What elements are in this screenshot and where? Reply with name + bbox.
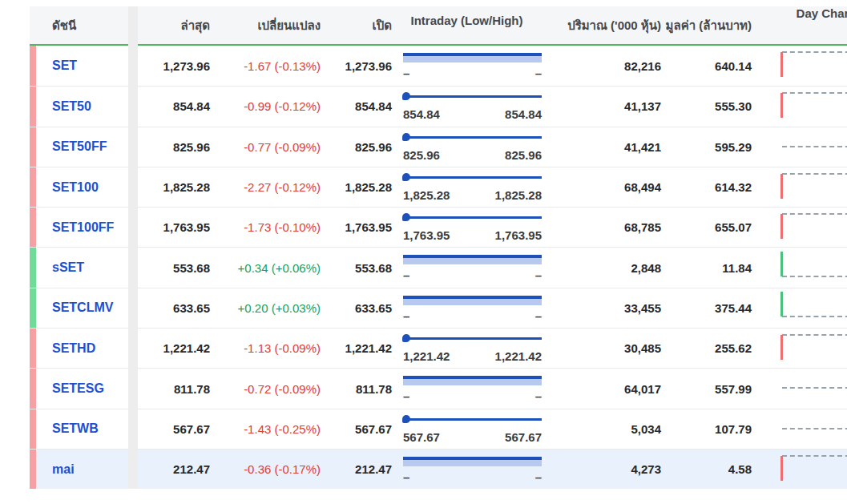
index-name-link[interactable]: SETHD [52,341,95,355]
intraday-range-cell: 825.96 825.96 [392,127,542,167]
table-row: SETCLMV 633.65 +0.20 (+0.03%) 633.65 – –… [30,288,847,328]
volume-value: 33,455 [542,301,661,315]
daychart-baseline [782,316,847,317]
intraday-range-cell: – – [392,288,542,328]
index-name-link[interactable]: SET100 [52,180,99,194]
index-name-link[interactable]: SETCLMV [52,300,113,314]
open-price: 825.96 [321,140,392,154]
intraday-marker-icon [402,92,410,100]
intraday-low-label: 854.84 [403,107,440,121]
volume-value: 41,137 [542,99,661,113]
trade-value: 555.30 [661,99,752,113]
trade-value: 255.62 [661,341,752,355]
intraday-high-label: 825.96 [505,148,542,162]
intraday-range-bar [403,457,542,466]
row-accent-bar [30,46,36,86]
table-row: SET 1,273.96 -1.67 (-0.13%) 1,273.96 – –… [30,46,847,86]
change-value: +0.34 (+0.06%) [210,261,321,275]
open-price: 633.65 [321,301,392,315]
intraday-bar-body [403,299,542,305]
day-chart-cell [752,208,847,247]
day-chart-cell [752,288,847,328]
last-price: 633.65 [138,301,210,315]
intraday-range-cell: 1,221.42 1,221.42 [392,329,542,368]
index-name-link[interactable]: SETESG [52,381,104,395]
index-name-link[interactable]: SETWB [52,421,99,435]
intraday-graphic [403,255,542,264]
intraday-labels: – – [403,268,542,282]
intraday-range-cell: – – [392,46,542,86]
intraday-high-label: 1,825.28 [495,188,542,202]
intraday-range-cell: 1,825.28 1,825.28 [392,167,542,207]
trade-value: 4.58 [661,462,752,476]
last-price: 212.47 [138,462,210,476]
intraday-graphic [403,94,542,103]
row-accent-bar [30,208,36,247]
last-price: 1,825.28 [138,180,210,194]
trade-value: 640.14 [661,59,752,73]
intraday-labels: 567.67 567.67 [403,430,542,444]
intraday-range-cell: 567.67 567.67 [392,409,542,449]
day-chart-cell [752,329,847,368]
intraday-low-label: – [403,268,409,282]
daychart-baseline [782,51,847,53]
table-row: SETHD 1,221.42 -1.13 (-0.09%) 1,221.42 1… [30,328,847,368]
intraday-high-label: – [535,309,542,323]
row-accent-bar [30,87,36,126]
intraday-range-cell: – – [392,450,542,489]
volume-value: 2,848 [542,261,661,275]
intraday-marker-icon [402,213,410,221]
row-accent-bar [30,248,36,287]
index-name-link[interactable]: SET100FF [52,220,114,234]
table-row: SETWB 567.67 -1.43 (-0.25%) 567.67 567.6… [30,409,847,449]
intraday-marker-icon [402,133,410,141]
intraday-marker-icon [402,334,410,342]
last-price: 854.84 [138,99,210,113]
row-accent-bar [30,127,36,167]
intraday-range-bar [403,376,542,385]
volume-value: 68,494 [542,180,661,194]
index-name-link[interactable]: sSET [52,260,84,274]
daychart-tick [780,52,783,77]
column-header-value: มูลค่า (ล้านบาท) [661,16,752,35]
index-name-link[interactable]: mai [52,462,75,476]
intraday-high-label: – [535,470,542,484]
trade-value: 614.32 [661,180,752,194]
intraday-range-cell: 1,763.95 1,763.95 [392,208,542,247]
daychart-baseline [782,334,847,336]
index-name-link[interactable]: SET50 [52,99,91,113]
intraday-labels: 1,221.42 1,221.42 [403,349,542,363]
index-name-link[interactable]: SET [52,58,77,72]
row-accent-bar [30,450,36,489]
daychart-baseline [782,146,847,147]
day-chart-cell [752,248,847,287]
volume-value: 41,421 [542,140,661,154]
intraday-graphic [403,457,542,466]
volume-value: 64,017 [542,382,661,396]
intraday-low-label: – [403,470,409,484]
trade-value: 107.79 [661,422,752,436]
intraday-range-bar [403,53,542,62]
last-price: 567.67 [138,422,210,436]
open-price: 1,273.96 [321,59,392,73]
day-chart-cell [752,450,847,489]
intraday-graphic [403,376,542,385]
row-accent-bar [30,409,36,449]
intraday-high-label: 1,763.95 [495,228,542,242]
last-price: 1,763.95 [138,220,210,234]
daychart-tick [780,174,783,199]
intraday-line [403,176,542,179]
intraday-line [403,95,542,98]
daychart-tick [780,456,783,481]
daychart-tick [780,214,783,239]
change-value: -1.73 (-0.10%) [210,220,321,234]
intraday-graphic [403,53,542,62]
row-accent-bar [30,369,36,408]
daychart-baseline [782,276,847,277]
row-accent-bar [30,288,36,328]
daychart-tick [780,335,783,360]
intraday-labels: 1,825.28 1,825.28 [403,188,542,202]
change-value: -1.13 (-0.09%) [210,341,321,355]
index-name-link[interactable]: SET50FF [52,139,107,153]
intraday-graphic [403,417,542,426]
